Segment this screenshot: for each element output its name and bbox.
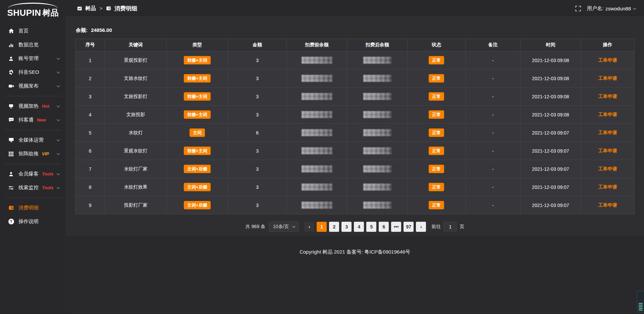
page-size-select[interactable]: 10条/页 bbox=[269, 221, 299, 232]
sidebar-item-lead-monitor[interactable]: 线索监控 Tools bbox=[0, 181, 66, 195]
fullscreen-icon[interactable] bbox=[575, 5, 582, 12]
sidebar-item-instructions[interactable]: ? 操作说明 bbox=[0, 215, 66, 228]
blurred-value bbox=[363, 111, 391, 118]
ticket-request-link[interactable]: 工单申请 bbox=[598, 202, 617, 208]
col-header-balance-before: 扣费前余额 bbox=[287, 39, 347, 51]
blurred-value bbox=[363, 147, 391, 154]
cell-remark: - bbox=[466, 69, 520, 88]
blurred-value bbox=[363, 184, 391, 191]
cell-action: 工单申请 bbox=[581, 88, 634, 106]
ticket-request-link[interactable]: 工单申请 bbox=[598, 75, 617, 81]
goto-suffix: 页 bbox=[460, 224, 464, 230]
logo-arc-decoration bbox=[8, 3, 58, 14]
balance-summary: 余额: 24856.00 bbox=[76, 27, 634, 34]
cell-keyword: 文旅投影 bbox=[105, 106, 166, 124]
chevron-down-icon bbox=[57, 152, 60, 155]
sidebar-item-all-media[interactable]: 全媒体运营 bbox=[0, 133, 66, 147]
table-row: 4 文旅投影 前缀+主词 3 正常 - 2021-12-03 09:08 工单申… bbox=[75, 106, 635, 124]
ticket-request-link[interactable]: 工单申请 bbox=[598, 112, 617, 117]
status-badge: 正常 bbox=[429, 183, 444, 191]
cell-remark: - bbox=[466, 88, 520, 106]
cell-balance-after bbox=[347, 142, 408, 160]
cell-keyword: 景观投影灯 bbox=[105, 51, 166, 69]
video-icon bbox=[8, 83, 14, 89]
blurred-value bbox=[363, 129, 391, 136]
page-ellipsis-button[interactable]: ••• bbox=[391, 222, 401, 232]
bar-chart-icon bbox=[8, 42, 14, 48]
breadcrumb-current: 消费明细 bbox=[114, 5, 137, 12]
ticket-request-link[interactable]: 工单申请 bbox=[598, 57, 617, 63]
ticket-request-link[interactable]: 工单申请 bbox=[598, 184, 617, 190]
sidebar-item-account-management[interactable]: 账号管理 bbox=[0, 52, 66, 65]
cell-time: 2021-12-03 09:07 bbox=[520, 124, 581, 142]
chevron-down-icon bbox=[57, 84, 60, 87]
cell-status: 正常 bbox=[408, 142, 466, 160]
sidebar-item-consumption-details[interactable]: 消费明细 bbox=[0, 201, 66, 215]
col-header-amount: 金额 bbox=[228, 39, 287, 51]
cell-no: 7 bbox=[75, 160, 105, 178]
cell-amount: 3 bbox=[228, 51, 287, 69]
ticket-request-link[interactable]: 工单申请 bbox=[598, 148, 617, 153]
page-button-1[interactable]: 1 bbox=[317, 222, 327, 232]
goto-page-input[interactable] bbox=[443, 222, 457, 231]
page-button-6[interactable]: 6 bbox=[379, 222, 389, 232]
table-row: 9 投影灯厂家 主词+后缀 3 正常 - 2021-12-03 09:07 工单… bbox=[75, 196, 635, 214]
cell-status: 正常 bbox=[408, 124, 466, 142]
prev-page-button[interactable]: ‹ bbox=[304, 222, 314, 232]
sliders-icon bbox=[8, 185, 14, 191]
cell-no: 9 bbox=[75, 196, 105, 214]
type-badge: 前缀+主词 bbox=[184, 147, 211, 155]
sidebar-item-home[interactable]: 首页 bbox=[0, 24, 66, 38]
blurred-value bbox=[302, 165, 332, 172]
page-button-97[interactable]: 97 bbox=[404, 222, 414, 232]
monitor-icon bbox=[8, 137, 14, 143]
sidebar-item-video-heating[interactable]: 视频加热 Hot bbox=[0, 99, 66, 113]
page-button-4[interactable]: 4 bbox=[354, 222, 364, 232]
sidebar-item-member-burst[interactable]: 会员爆客 Tools bbox=[0, 167, 66, 181]
sidebar-item-data-overview[interactable]: 数据总览 bbox=[0, 38, 66, 52]
col-header-keyword: 关键词 bbox=[105, 39, 166, 51]
cell-balance-before bbox=[287, 142, 347, 160]
cell-amount: 3 bbox=[228, 88, 287, 106]
sidebar-item-label: 抖音SEO bbox=[18, 69, 39, 75]
tools-badge: Tools bbox=[42, 185, 53, 190]
col-header-action: 操作 bbox=[581, 39, 634, 51]
blurred-value bbox=[302, 184, 332, 191]
pagination: 共 969 条 10条/页 ‹ 1 2 3 4 5 6 ••• 97 › bbox=[75, 221, 635, 232]
cell-type: 前缀+主词 bbox=[166, 142, 228, 160]
col-header-no: 序号 bbox=[75, 39, 105, 51]
ticket-request-link[interactable]: 工单申请 bbox=[598, 94, 617, 99]
balance-value: 24856.00 bbox=[91, 27, 112, 33]
breadcrumb-root[interactable]: 树品 bbox=[85, 5, 96, 12]
ticket-request-link[interactable]: 工单申请 bbox=[598, 166, 617, 171]
sidebar-divider bbox=[5, 130, 61, 130]
status-badge: 正常 bbox=[429, 147, 444, 155]
cell-balance-before bbox=[287, 196, 347, 214]
page-button-3[interactable]: 3 bbox=[341, 222, 352, 232]
sidebar-item-matrix-boost[interactable]: 矩阵助推 VIP bbox=[0, 147, 66, 161]
cell-time: 2021-12-03 09:07 bbox=[520, 142, 581, 160]
cell-remark: - bbox=[466, 142, 520, 160]
page-button-2[interactable]: 2 bbox=[329, 222, 339, 232]
sidebar-item-douyin-seo[interactable]: 抖音SEO bbox=[0, 65, 66, 79]
floating-widget[interactable] bbox=[637, 291, 644, 312]
chevron-down-icon bbox=[57, 186, 60, 189]
cell-keyword: 水纹灯 bbox=[105, 124, 166, 142]
blurred-value bbox=[363, 165, 391, 172]
cell-remark: - bbox=[466, 124, 520, 142]
page-button-5[interactable]: 5 bbox=[366, 222, 376, 232]
blurred-value bbox=[302, 93, 332, 100]
user-menu[interactable]: 用户名: zswodun88 bbox=[587, 5, 635, 12]
type-badge: 主词+后缀 bbox=[184, 201, 211, 209]
next-page-button[interactable]: › bbox=[416, 222, 426, 232]
sidebar-item-doketong[interactable]: 抖客通 New bbox=[0, 113, 66, 127]
cell-balance-before bbox=[287, 51, 347, 69]
ticket-request-link[interactable]: 工单申请 bbox=[598, 130, 617, 135]
col-header-status: 状态 bbox=[408, 39, 466, 51]
status-badge: 正常 bbox=[429, 165, 444, 173]
sidebar-divider bbox=[5, 198, 61, 198]
cell-balance-before bbox=[287, 88, 347, 106]
cell-time: 2021-12-03 09:07 bbox=[520, 160, 581, 178]
sidebar-item-video-publish[interactable]: 视频发布 bbox=[0, 79, 66, 93]
status-badge: 正常 bbox=[429, 56, 444, 64]
